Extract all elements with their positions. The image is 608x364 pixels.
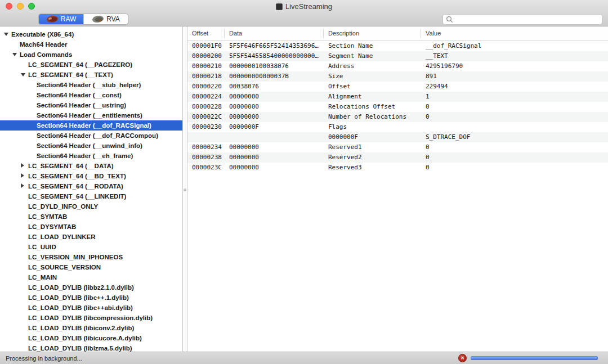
table-header-row: OffsetDataDescriptionValue: [187, 26, 608, 41]
sidebar-item-label: LC_LOAD_DYLIB (libiconv.2.dylib): [28, 325, 134, 331]
disclosure-collapsed-icon[interactable]: [21, 173, 24, 178]
table-cell: 00000000: [225, 163, 324, 173]
table-row[interactable]: 0000022400000000Alignment1: [187, 92, 608, 102]
table-row[interactable]: 00000218000000000000037BSize891: [187, 71, 608, 82]
sidebar-item[interactable]: LC_LOAD_DYLIB (libc++.1.dylib): [0, 293, 182, 303]
sidebar-item[interactable]: LC_MAIN: [0, 272, 182, 282]
sidebar-item[interactable]: Section64 Header (__unwind_info): [0, 141, 182, 151]
table-row[interactable]: 0000023800000000Reserved20: [187, 152, 608, 163]
table-row[interactable]: 0000022C00000000Number of Relocations0: [187, 112, 608, 122]
sidebar-item-label: Section64 Header (__dof_RACSignal): [37, 122, 151, 129]
table-cell: 00000238: [187, 152, 225, 163]
table-row[interactable]: 0000000FS_DTRACE_DOF: [187, 132, 608, 142]
sidebar-item[interactable]: LC_DYSYMTAB: [0, 222, 182, 232]
table-row[interactable]: 000002005F5F5445585400000000000…Segment …: [187, 51, 608, 61]
table-cell: Alignment: [324, 92, 421, 102]
table-cell: Flags: [324, 122, 421, 132]
disclosure-expanded-icon[interactable]: [21, 73, 25, 77]
disclosure-collapsed-icon[interactable]: [21, 163, 24, 168]
sidebar-item[interactable]: LC_LOAD_DYLIB (libicucore.A.dylib): [0, 333, 182, 343]
table-cell: 00000230: [187, 122, 225, 132]
disclosure-expanded-icon[interactable]: [4, 33, 8, 36]
sidebar-item[interactable]: LC_LOAD_DYLIB (liblzma.5.dylib): [0, 343, 182, 352]
sidebar-item[interactable]: LC_LOAD_DYLIB (libcompression.dylib): [0, 313, 182, 323]
sidebar-item[interactable]: LC_SEGMENT_64 (__PAGEZERO): [0, 60, 182, 70]
sidebar-item[interactable]: LC_VERSION_MIN_IPHONEOS: [0, 252, 182, 262]
table-cell: 0: [421, 152, 608, 163]
table-cell: 1: [421, 92, 608, 102]
table-cell: 00000218: [187, 71, 225, 82]
sidebar-item[interactable]: LC_LOAD_DYLIB (libiconv.2.dylib): [0, 323, 182, 333]
table-row[interactable]: 0000022800000000Relocations Offset0: [187, 102, 608, 112]
sidebar-item-label: Section64 Header (__dof_RACCompou): [37, 132, 158, 139]
sidebar-item[interactable]: LC_UUID: [0, 242, 182, 252]
table-cell: 891: [421, 71, 608, 82]
sidebar-item-label: Section64 Header (__eh_frame): [37, 152, 133, 159]
sidebar-item[interactable]: LC_DYLD_INFO_ONLY: [0, 201, 182, 212]
sidebar-item-label: LC_SEGMENT_64 (__TEXT): [28, 71, 113, 78]
column-header-data: Data: [225, 29, 324, 38]
sidebar-item-label: LC_DYSYMTAB: [28, 223, 76, 230]
sidebar-item-label: Mach64 Header: [20, 41, 67, 48]
progress-bar: [471, 356, 598, 360]
raw-rva-segmented-control: RAW RVA: [38, 14, 128, 25]
sidebar-item[interactable]: Section64 Header (__dof_RACCompou): [0, 131, 182, 141]
table-row[interactable]: 000001F05F5F646F665F52414353696…Section …: [187, 41, 608, 51]
table-cell: Reserved3: [324, 163, 421, 173]
sidebar-item[interactable]: LC_LOAD_DYLIB (libc++abi.dylib): [0, 303, 182, 313]
sidebar-item[interactable]: LC_SEGMENT_64 (__LINKEDIT): [0, 191, 182, 201]
cancel-progress-button[interactable]: ✕: [458, 354, 467, 362]
search-field[interactable]: [442, 14, 602, 25]
table-cell: 00000000: [225, 102, 324, 112]
table-row[interactable]: 0000023400000000Reserved10: [187, 142, 608, 152]
table-cell: Offset: [324, 82, 421, 92]
sidebar-item-label: Section64 Header (__const): [37, 92, 122, 98]
sidebar-item[interactable]: LC_SYMTAB: [0, 212, 182, 222]
table-cell: Address: [324, 61, 421, 71]
outline-tree: Executable (X86_64)Mach64 HeaderLoad Com…: [0, 26, 182, 352]
sidebar-item[interactable]: Section64 Header (__ustring): [0, 100, 182, 110]
table-row[interactable]: 000002300000000FFlags: [187, 122, 608, 132]
table-cell: 5F5F5445585400000000000…: [225, 51, 324, 61]
sidebar-item-label: LC_SEGMENT_64 (__DATA): [28, 163, 114, 169]
disclosure-expanded-icon[interactable]: [12, 53, 17, 56]
status-bar: Processing in background... ✕: [0, 352, 608, 364]
table-row[interactable]: 0000023C00000000Reserved30: [187, 163, 608, 173]
sidebar-item[interactable]: LC_SEGMENT_64 (__BD_TEXT): [0, 171, 182, 181]
sidebar-item[interactable]: Section64 Header (__eh_frame): [0, 151, 182, 161]
sidebar-item[interactable]: LC_SEGMENT_64 (__RODATA): [0, 181, 182, 191]
table-cell: Reserved1: [324, 142, 421, 152]
sidebar-item-label: LC_LOAD_DYLIB (libc++.1.dylib): [28, 294, 129, 301]
sidebar-item[interactable]: Section64 Header (__entitlements): [0, 110, 182, 120]
sidebar-item[interactable]: Section64 Header (__dof_RACSignal): [0, 120, 182, 131]
sidebar-item[interactable]: Mach64 Header: [0, 39, 182, 50]
segment-rva-button[interactable]: RVA: [83, 14, 128, 24]
table-cell: 00000210: [187, 61, 225, 71]
table-row[interactable]: 000002100000000100038076Address429519679…: [187, 61, 608, 71]
executable-document-icon: [276, 3, 283, 10]
segment-raw-button[interactable]: RAW: [39, 14, 83, 24]
search-icon: [446, 16, 453, 23]
sidebar-item[interactable]: LC_LOAD_DYLIB (libbz2.1.0.dylib): [0, 282, 182, 293]
table-cell: 0: [421, 163, 608, 173]
titlebar-toolbar: LiveStreaming RAW: [0, 0, 608, 26]
sidebar-item[interactable]: Executable (X86_64): [0, 29, 182, 39]
search-input[interactable]: [455, 15, 599, 24]
sidebar-item[interactable]: LC_SEGMENT_64 (__DATA): [0, 161, 182, 171]
table-cell: 00000000: [225, 152, 324, 163]
sidebar-item-label: LC_UUID: [28, 244, 56, 250]
sidebar-item[interactable]: LC_SEGMENT_64 (__TEXT): [0, 70, 182, 80]
splitter-handle-icon: [184, 188, 186, 191]
sidebar-item[interactable]: Load Commands: [0, 50, 182, 60]
table-row[interactable]: 0000022000038076Offset229494: [187, 82, 608, 92]
sidebar-item[interactable]: LC_SOURCE_VERSION: [0, 262, 182, 272]
disclosure-collapsed-icon[interactable]: [21, 183, 24, 188]
pane-splitter[interactable]: [182, 26, 187, 352]
sidebar-item[interactable]: Section64 Header (__stub_helper): [0, 80, 182, 90]
main-content: Executable (X86_64)Mach64 HeaderLoad Com…: [0, 26, 608, 352]
table-cell: 0000023C: [187, 163, 225, 173]
sidebar-item[interactable]: LC_LOAD_DYLINKER: [0, 232, 182, 242]
table-cell: 0000000100038076: [225, 61, 324, 71]
table-cell: 0: [421, 112, 608, 122]
sidebar-item[interactable]: Section64 Header (__const): [0, 90, 182, 100]
